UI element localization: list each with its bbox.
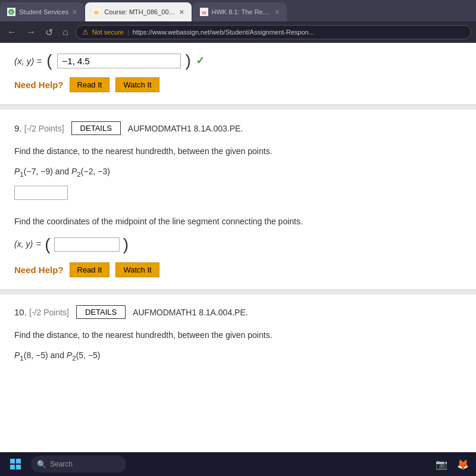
security-label: Not secure (92, 29, 124, 36)
problem9-instruction: Find the distance, to the nearest hundre… (14, 145, 462, 159)
windows-icon (10, 459, 21, 469)
answer-label: (x, y) = (14, 56, 42, 66)
problem9-points: P1(−7, −9) and P2(−2, −3) (14, 165, 462, 180)
prev-answer-input[interactable] (57, 54, 181, 68)
close-paren: ) (186, 52, 191, 69)
search-placeholder: Search (50, 460, 73, 468)
tab3-label: HWK 8.1: The Rectangular... (212, 8, 271, 15)
address-bar: ← → ↺ ⌂ ⚠ Not secure | https://www.webas… (0, 21, 476, 43)
refresh-button[interactable]: ↺ (43, 26, 55, 39)
tab-bar: e Student Services × m Course: MTH_086_0… (0, 0, 476, 21)
problem10-instruction: Find the distance, to the nearest hundre… (14, 328, 462, 343)
problem9-body: Find the distance, to the nearest hundre… (14, 145, 462, 277)
page-content: (x, y) = ( ) ✓ Need Help? Read It Watch … (0, 43, 476, 452)
url-bar[interactable]: ⚠ Not secure | https://www.webassign.net… (76, 25, 471, 39)
problem9-help-row: Need Help? Read It Watch It (14, 262, 462, 278)
problem-10-section: 10. [-/2 Points] DETAILS AUFMODMATH1 8.1… (0, 295, 476, 379)
forward-button[interactable]: → (24, 26, 38, 39)
problem9-midpoint-row: (x, y) = ( ) (14, 236, 462, 253)
problem10-code: AUFMODMATH1 8.1A.004.PE. (133, 308, 248, 317)
problem-9-section: 9. [-/2 Points] DETAILS AUFMODMATH1 8.1A… (0, 109, 476, 290)
tab2-close[interactable]: × (179, 7, 184, 17)
taskbar-camera-icon[interactable]: 📷 (433, 456, 450, 472)
problem9-need-help: Need Help? (14, 262, 64, 278)
back-button[interactable]: ← (5, 26, 19, 39)
tab-hwk[interactable]: W HWK 8.1: The Rectangular... × (193, 2, 287, 21)
taskbar: 🔍 Search 📷 🦊 (0, 452, 476, 476)
problem9-number: 9. [-/2 Points] (14, 123, 64, 133)
checkmark-icon: ✓ (196, 54, 205, 67)
tab-course[interactable]: m Course: MTH_086_002 Intr... × (85, 2, 191, 21)
problem9-distance-input[interactable] (14, 186, 68, 200)
problem9-distance-input-wrap (14, 186, 462, 201)
problem9-details-button[interactable]: DETAILS (71, 121, 121, 135)
taskbar-search[interactable]: 🔍 Search (31, 456, 126, 472)
tab2-label: Course: MTH_086_002 Intr... (104, 8, 176, 15)
home-button[interactable]: ⌂ (60, 26, 71, 39)
content-area: (x, y) = ( ) ✓ Need Help? Read It Watch … (0, 43, 476, 452)
help-row: Need Help? Read It Watch It (14, 77, 462, 92)
start-button[interactable] (5, 453, 26, 475)
problem10-header: 10. [-/2 Points] DETAILS AUFMODMATH1 8.1… (14, 305, 462, 319)
tab1-label: Student Services (19, 8, 68, 15)
problem9-watch-it-button[interactable]: Watch It (115, 262, 159, 277)
problem9-header: 9. [-/2 Points] DETAILS AUFMODMATH1 8.1A… (14, 121, 462, 135)
svg-text:m: m (95, 10, 99, 15)
search-icon: 🔍 (37, 460, 46, 469)
problem10-body: Find the distance, to the nearest hundre… (14, 328, 462, 364)
problem9-read-it-button[interactable]: Read It (70, 262, 110, 277)
problem10-number: 10. [-/2 Points] (14, 307, 69, 317)
section-separator-2 (0, 290, 476, 295)
prev-answer-section: (x, y) = ( ) ✓ Need Help? Read It Watch … (0, 43, 476, 105)
taskbar-right: 📷 🦊 (433, 456, 471, 472)
close-paren-mid: ) (123, 236, 129, 253)
problem9-code: AUFMODMATH1 8.1A.003.PE. (128, 124, 243, 133)
browser-chrome: e Student Services × m Course: MTH_086_0… (0, 0, 476, 43)
read-it-button[interactable]: Read It (70, 77, 110, 92)
midpoint-label: (x, y) (14, 237, 33, 252)
watch-it-button[interactable]: Watch It (115, 77, 159, 92)
problem9-midpoint-instruction: Find the coordinates of the midpoint of … (14, 215, 462, 229)
tab1-close[interactable]: × (72, 7, 77, 17)
problem10-details-button[interactable]: DETAILS (76, 305, 126, 319)
svg-text:e: e (10, 10, 12, 14)
open-paren: ( (46, 52, 52, 69)
url-text: https://www.webassign.net/web/Student/As… (133, 29, 314, 36)
problem9-midpoint-input[interactable] (54, 237, 120, 252)
taskbar-firefox-icon[interactable]: 🦊 (455, 456, 471, 472)
equals-sign: = (36, 237, 41, 252)
security-icon: ⚠ (82, 28, 89, 36)
problem10-points: P1(8, −5) and P2(5, −5) (14, 349, 462, 364)
svg-text:W: W (202, 10, 206, 15)
section-separator-1 (0, 105, 476, 109)
url-separator: | (127, 29, 129, 36)
answer-row: (x, y) = ( ) ✓ (14, 52, 462, 69)
tab-student-services[interactable]: e Student Services × (0, 2, 84, 21)
open-paren-mid: ( (45, 236, 50, 253)
need-help-label: Need Help? (14, 80, 64, 90)
tab3-close[interactable]: × (275, 7, 280, 17)
